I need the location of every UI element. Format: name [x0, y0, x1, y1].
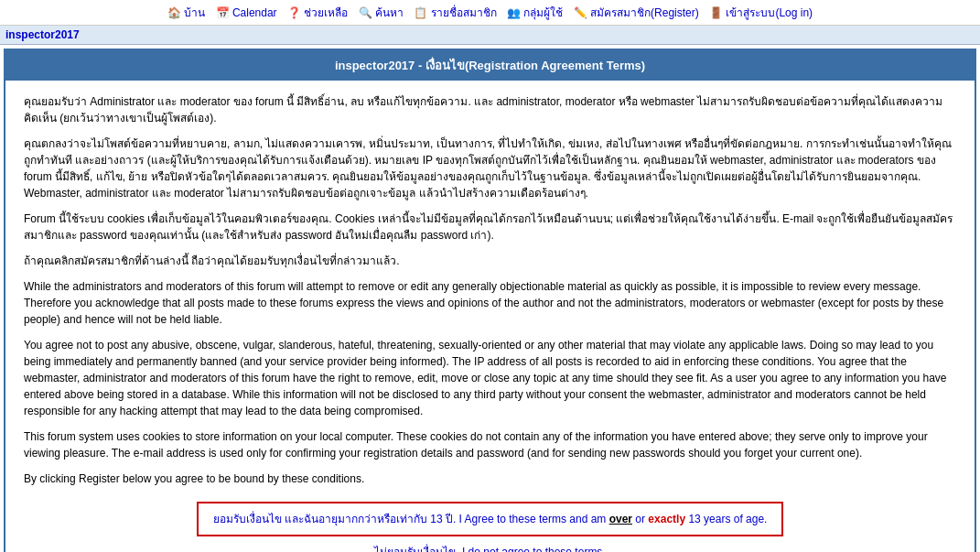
agree-button[interactable]: ยอมรับเงื่อนไข และฉันอายุมากกว่าหรือเท่า… [197, 502, 784, 536]
thai-paragraph-2: คุณตกลงว่าจะไม่โพสต์ข้อความที่หยาบคาย, ล… [24, 135, 956, 201]
page-title: inspector2017 - เงื่อนไข(Registration Ag… [5, 50, 975, 81]
en-paragraph-1: While the administrators and moderators … [24, 278, 956, 328]
nav-help[interactable]: ❓ ช่วยเหลือ [287, 6, 348, 19]
nav-members[interactable]: 📋 รายชื่อสมาชิก [414, 6, 496, 19]
main-panel: inspector2017 - เงื่อนไข(Registration Ag… [4, 49, 976, 552]
disagree-link[interactable]: ไม่ยอมรับเงื่อนไข. I do not agree to the… [24, 544, 956, 552]
nav-calendar[interactable]: 📅 Calendar [216, 6, 277, 19]
agree-or-text: or [632, 513, 648, 525]
thai-paragraph-4: ถ้าคุณคลิกสมัครสมาชิกที่ด้านล่างนี้ ถือว… [24, 253, 956, 269]
top-navigation: 🏠 บ้าน 📅 Calendar ❓ ช่วยเหลือ 🔍 ค้นหา 📋 … [0, 0, 980, 26]
breadcrumb: inspector2017 [0, 26, 980, 45]
thai-paragraph-1: คุณยอมรับว่า Administrator และ moderator… [24, 93, 956, 126]
nav-groups[interactable]: 👥 กลุ่มผู้ใช้ [507, 6, 563, 19]
en-paragraph-2: You agree not to post any abusive, obsce… [24, 337, 956, 419]
en-paragraph-3: This forum system uses cookies to store … [24, 428, 956, 461]
agree-exactly-text: exactly [648, 513, 685, 525]
nav-search[interactable]: 🔍 ค้นหา [359, 6, 404, 19]
nav-home[interactable]: 🏠 บ้าน [167, 6, 205, 19]
en-paragraph-4: By clicking Register below you agree to … [24, 471, 956, 487]
content-area: คุณยอมรับว่า Administrator และ moderator… [5, 81, 975, 552]
nav-register[interactable]: ✏️ สมัครสมาชิก(Register) [574, 6, 699, 19]
agree-suffix-text: 13 years of age. [685, 513, 767, 525]
disagree-anchor[interactable]: ไม่ยอมรับเงื่อนไข. I do not agree to the… [374, 546, 605, 552]
agree-text-en-prefix: I Agree to these terms and am [456, 513, 608, 525]
agreement-section: ยอมรับเงื่อนไข และฉันอายุมากกว่าหรือเท่า… [24, 502, 956, 552]
breadcrumb-link[interactable]: inspector2017 [5, 28, 80, 41]
agree-text-thai: ยอมรับเงื่อนไข และฉันอายุมากกว่าหรือเท่า… [213, 513, 457, 525]
thai-paragraph-3: Forum นี้ใช้ระบบ cookies เพื่อเก็บข้อมูล… [24, 211, 956, 244]
agree-over-text: over [609, 513, 632, 525]
nav-login[interactable]: 🚪 เข้าสู่ระบบ(Log in) [709, 6, 813, 19]
